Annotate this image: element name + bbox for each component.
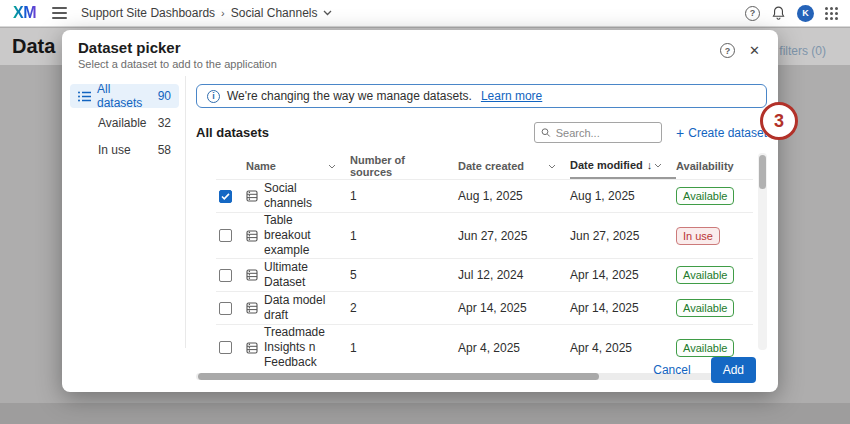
vertical-scrollbar[interactable]	[758, 153, 767, 350]
breadcrumb: Support Site Dashboards › Social Channel…	[81, 6, 332, 20]
dimmed-page-footer	[0, 403, 850, 424]
date-created-cell: Aug 1, 2025	[458, 189, 570, 203]
add-button[interactable]: Add	[711, 357, 756, 383]
sidebar-item-count: 58	[158, 143, 171, 157]
header-sources[interactable]: Number of sources	[350, 153, 458, 179]
info-icon: i	[207, 90, 220, 103]
dataset-icon	[246, 302, 258, 314]
dataset-name: Ultimate Dataset	[264, 260, 340, 290]
availability-badge: In use	[676, 227, 720, 245]
header-date-modified[interactable]: Date modified ↓	[570, 153, 676, 179]
modal-title: Dataset picker	[78, 39, 762, 56]
dataset-picker-modal: Dataset picker Select a dataset to add t…	[62, 30, 778, 392]
top-bar: XM Support Site Dashboards › Social Chan…	[0, 0, 850, 27]
modal-help-icon[interactable]: ?	[720, 43, 735, 58]
table-row[interactable]: Table breakout example1Jun 27, 2025Jun 2…	[216, 212, 753, 258]
breadcrumb-separator-icon: ›	[221, 7, 225, 19]
breadcrumb-dashboards[interactable]: Support Site Dashboards	[81, 6, 215, 20]
sidebar-item-label: In use	[98, 143, 131, 157]
modal-sidebar: All datasets90Available32In use58	[62, 76, 186, 348]
availability-badge: Available	[676, 187, 734, 205]
sources-cell: 1	[350, 189, 458, 203]
date-modified-cell: Aug 1, 2025	[570, 189, 676, 203]
dataset-name-cell: Social channels	[246, 181, 350, 211]
row-checkbox[interactable]	[219, 229, 232, 242]
sidebar-item-count: 32	[158, 116, 171, 130]
dataset-icon	[246, 269, 258, 281]
banner-text: We're changing the way we manage dataset…	[227, 89, 472, 103]
page-title: Data	[12, 35, 55, 58]
availability-badge: Available	[676, 266, 734, 284]
chevron-down-icon[interactable]	[328, 164, 336, 169]
dataset-name: Table breakout example	[264, 213, 340, 258]
sidebar-item-count: 90	[158, 89, 171, 103]
vertical-scrollbar-thumb[interactable]	[759, 155, 766, 189]
notifications-bell-icon[interactable]	[771, 5, 786, 21]
app-grid-icon[interactable]	[825, 7, 838, 20]
hamburger-menu-icon[interactable]	[52, 7, 67, 19]
sources-cell: 5	[350, 268, 458, 282]
create-dataset-button[interactable]: + Create dataset	[676, 126, 767, 140]
sidebar-item-in-use[interactable]: In use58	[70, 138, 179, 162]
search-box[interactable]	[534, 122, 662, 143]
table-row[interactable]: Social channels1Aug 1, 2025Aug 1, 2025Av…	[216, 179, 753, 212]
dataset-name-cell: Data model draft	[246, 293, 350, 323]
search-icon	[541, 127, 551, 138]
learn-more-link[interactable]: Learn more	[481, 89, 542, 103]
sidebar-item-label: Available	[98, 116, 146, 130]
header-availability[interactable]: Availability	[676, 153, 753, 179]
dataset-name-cell: Ultimate Dataset	[246, 260, 350, 290]
sort-descending-icon[interactable]: ↓	[647, 159, 653, 171]
row-checkbox[interactable]	[219, 190, 232, 203]
dataset-icon	[246, 190, 258, 202]
sidebar-item-available[interactable]: Available32	[70, 111, 179, 135]
info-banner: i We're changing the way we manage datas…	[196, 84, 767, 108]
sources-cell: 2	[350, 301, 458, 315]
row-checkbox[interactable]	[219, 302, 232, 315]
sources-cell: 1	[350, 229, 458, 243]
chevron-down-icon[interactable]	[654, 163, 662, 168]
annotation-step-circle: 3	[760, 102, 798, 140]
breadcrumb-current[interactable]: Social Channels	[231, 6, 318, 20]
header-name[interactable]: Name	[246, 153, 350, 179]
user-avatar[interactable]: K	[797, 5, 814, 22]
availability-badge: Available	[676, 299, 734, 317]
chevron-down-icon[interactable]	[548, 164, 556, 169]
date-modified-cell: Apr 14, 2025	[570, 301, 676, 315]
table-header: Name Number of sources Date created Date…	[216, 153, 753, 179]
section-title: All datasets	[196, 125, 269, 140]
modal-header: Dataset picker Select a dataset to add t…	[62, 30, 778, 76]
date-modified-cell: Apr 14, 2025	[570, 268, 676, 282]
close-icon[interactable]: ✕	[749, 44, 760, 57]
list-icon	[78, 91, 91, 102]
modal-footer: Cancel Add	[62, 348, 778, 392]
table-body: Social channels1Aug 1, 2025Aug 1, 2025Av…	[216, 179, 753, 370]
date-created-cell: Jul 12, 2024	[458, 268, 570, 282]
help-icon[interactable]: ?	[745, 6, 760, 21]
row-checkbox[interactable]	[219, 269, 232, 282]
modal-subtitle: Select a dataset to add to the applicati…	[78, 58, 762, 70]
search-input[interactable]	[556, 127, 655, 139]
header-date-created[interactable]: Date created	[458, 153, 570, 179]
dataset-name-cell: Table breakout example	[246, 213, 350, 258]
sidebar-item-all-datasets[interactable]: All datasets90	[70, 84, 179, 108]
header-checkbox-column	[216, 153, 246, 179]
date-modified-cell: Jun 27, 2025	[570, 229, 676, 243]
dataset-icon	[246, 230, 258, 242]
plus-icon: +	[676, 126, 684, 140]
chevron-down-icon[interactable]	[323, 10, 332, 16]
datasets-table: Name Number of sources Date created Date…	[216, 153, 767, 380]
sidebar-item-label: All datasets	[97, 82, 158, 110]
table-row[interactable]: Data model draft2Apr 14, 2025Apr 14, 202…	[216, 291, 753, 324]
dataset-name: Data model draft	[264, 293, 340, 323]
dataset-name: Social channels	[264, 181, 340, 211]
date-created-cell: Apr 14, 2025	[458, 301, 570, 315]
date-created-cell: Jun 27, 2025	[458, 229, 570, 243]
table-row[interactable]: Ultimate Dataset5Jul 12, 2024Apr 14, 202…	[216, 258, 753, 291]
cancel-button[interactable]: Cancel	[653, 363, 690, 377]
xm-logo: XM	[13, 4, 36, 22]
modal-content: i We're changing the way we manage datas…	[186, 76, 778, 348]
